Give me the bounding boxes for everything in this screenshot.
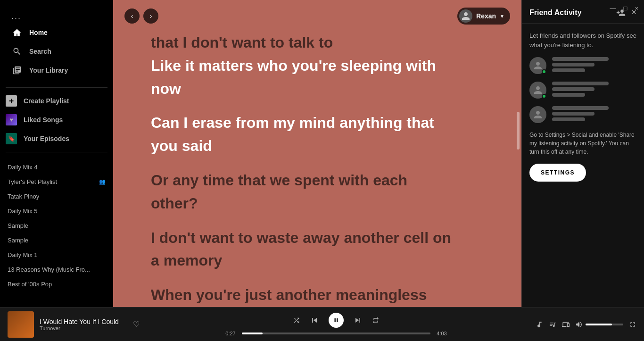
your-episodes-label: Your Episodes (24, 135, 69, 142)
sidebar-item-liked-songs[interactable]: ♥ Liked Songs (0, 110, 113, 129)
next-button[interactable] (353, 316, 363, 325)
lyric-line-7: other? (151, 193, 484, 214)
friend-item-3 (529, 106, 636, 123)
sidebar-item-create-playlist[interactable]: + Create Playlist (0, 91, 113, 110)
queue-button[interactable] (549, 321, 556, 328)
lyric-spacer-1 (151, 101, 484, 112)
minimize-button[interactable]: — (608, 4, 618, 13)
shuffle-button[interactable] (293, 316, 300, 324)
center-content: ‹ › Rexan ▼ that I don't want to talk to… (113, 0, 521, 307)
right-panel-body: Let friends and followers on Spotify see… (522, 24, 644, 307)
liked-songs-label: Liked Songs (24, 116, 63, 124)
friend-online-dot-1 (542, 69, 546, 74)
sidebar-divider-2 (6, 152, 107, 152)
library-item-tylers-pet-playlist[interactable]: Tyler's Pet Playlist 👥 (0, 175, 113, 189)
library-item-daily-mix-5[interactable]: Daily Mix 5 (0, 204, 113, 218)
friend-lines-3 (552, 106, 636, 121)
library-item-sample-2[interactable]: Sample (0, 233, 113, 248)
back-button[interactable]: ‹ (124, 8, 140, 24)
lyric-line-2: Like it matters who you're sleeping with (151, 55, 484, 76)
user-dropdown-icon: ▼ (500, 14, 504, 19)
sidebar-item-search[interactable]: Search (6, 42, 107, 61)
sidebar-item-home-label: Home (29, 29, 48, 36)
volume-control (575, 321, 623, 328)
volume-icon-button[interactable] (575, 321, 583, 328)
friend-online-dot-2 (542, 94, 546, 99)
friend-track-line-2 (552, 87, 594, 91)
track-art (8, 311, 34, 338)
friend-avatar-wrap-2 (529, 82, 546, 99)
friend-track-line-3 (552, 112, 594, 116)
progress-track[interactable] (242, 333, 430, 334)
forward-button[interactable]: › (143, 8, 158, 24)
settings-button[interactable]: SETTINGS (529, 164, 586, 182)
lyric-line-8: I don't want to waste away another cell … (151, 227, 484, 249)
friend-item-2 (529, 82, 636, 99)
repeat-button[interactable] (372, 316, 380, 324)
close-button[interactable]: × (633, 4, 640, 13)
sidebar-item-your-episodes[interactable]: 🔖 Your Episodes (0, 129, 113, 148)
right-panel-friend-activity: Friend Activity × Let friends and follow… (521, 0, 644, 307)
library-item-13-reasons[interactable]: 13 Reasons Why (Music Fro... (0, 262, 113, 277)
total-time: 4:03 (434, 331, 449, 336)
library-item-tatak-pinoy[interactable]: Tatak Pinoy (0, 189, 113, 204)
library-item-best-00s-pop[interactable]: Best of '00s Pop (0, 277, 113, 291)
devices-button[interactable] (562, 321, 570, 328)
friend-avatar-wrap-1 (529, 57, 546, 74)
friend-info-3 (552, 106, 636, 121)
library-item-daily-mix-4[interactable]: Daily Mix 4 (0, 160, 113, 175)
library-item-sample-1[interactable]: Sample (0, 218, 113, 233)
search-icon (11, 46, 23, 57)
track-name: I Would Hate You If I Could (40, 318, 127, 325)
center-header: ‹ › Rexan ▼ (113, 0, 521, 32)
friend-name-line-1 (552, 57, 609, 61)
friend-avatar-3 (529, 106, 546, 123)
scroll-track (517, 28, 520, 307)
friend-lines-2 (552, 82, 636, 97)
maximize-button[interactable]: □ (622, 4, 629, 13)
previous-button[interactable] (310, 316, 319, 325)
player-controls: 0:27 4:03 (147, 313, 525, 336)
friend-name-line-2 (552, 82, 609, 85)
sidebar: ... Home Search Your Library (0, 0, 113, 307)
lyric-line-10: When you're just another meaningless (151, 284, 484, 306)
lyric-line-3: now (151, 78, 484, 100)
progress-fill (242, 333, 263, 334)
lyric-line-5: you said (151, 135, 484, 157)
track-info: I Would Hate You If I Could Turnover (40, 318, 127, 331)
episodes-icon: 🔖 (6, 133, 17, 144)
lyric-line-4: Can I erase from my mind anything that (151, 112, 484, 133)
create-playlist-icon: + (6, 95, 17, 107)
friend-info-1 (552, 57, 636, 72)
lyrics-button[interactable] (536, 321, 543, 328)
lyric-line-6: Or any time that we spent with each (151, 170, 484, 191)
user-name: Rexan (476, 12, 496, 20)
scroll-thumb[interactable] (517, 112, 520, 150)
friend-artist-line-2 (552, 93, 585, 97)
track-artist: Turnover (40, 325, 127, 331)
pause-button[interactable] (329, 313, 344, 328)
heart-button[interactable]: ♡ (133, 320, 140, 329)
lyric-spacer-3 (151, 216, 484, 227)
bottom-player: I Would Hate You If I Could Turnover ♡ (0, 307, 644, 341)
sidebar-item-home[interactable]: Home (6, 23, 107, 42)
navigation-buttons: ‹ › (124, 8, 158, 24)
control-buttons (293, 313, 380, 328)
sidebar-library: Daily Mix 4 Tyler's Pet Playlist 👥 Tatak… (0, 156, 113, 307)
friend-items-list (529, 57, 636, 123)
volume-track[interactable] (586, 324, 623, 325)
fullscreen-button[interactable] (629, 321, 636, 328)
create-playlist-label: Create Playlist (24, 97, 69, 105)
library-item-daily-mix-1[interactable]: Daily Mix 1 (0, 248, 113, 262)
friend-avatar-wrap-3 (529, 106, 546, 123)
more-options-button[interactable]: ... (11, 11, 21, 21)
friend-item-1 (529, 57, 636, 74)
lyric-line-9: a memory (151, 250, 484, 271)
lyric-line-1: that I don't want to talk to (151, 32, 484, 53)
lyric-spacer-2 (151, 158, 484, 170)
friend-activity-description: Let friends and followers on Spotify see… (529, 31, 636, 50)
user-profile-button[interactable]: Rexan ▼ (457, 8, 510, 25)
liked-songs-icon: ♥ (6, 114, 17, 125)
player-track: I Would Hate You If I Could Turnover ♡ (8, 311, 140, 338)
sidebar-item-library[interactable]: Your Library (6, 61, 107, 80)
